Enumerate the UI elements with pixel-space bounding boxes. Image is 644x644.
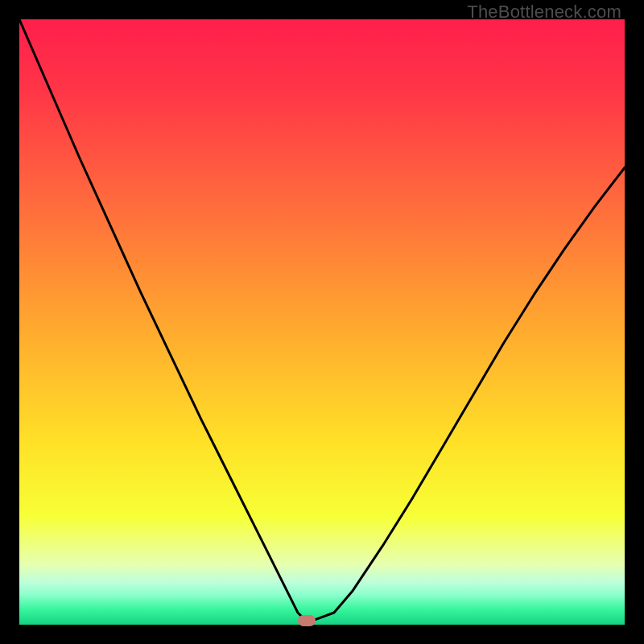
optimal-marker xyxy=(298,615,316,626)
gradient-background xyxy=(19,19,625,625)
chart-frame xyxy=(19,19,625,625)
chart-svg xyxy=(19,19,625,625)
watermark-text: TheBottleneck.com xyxy=(467,2,621,23)
